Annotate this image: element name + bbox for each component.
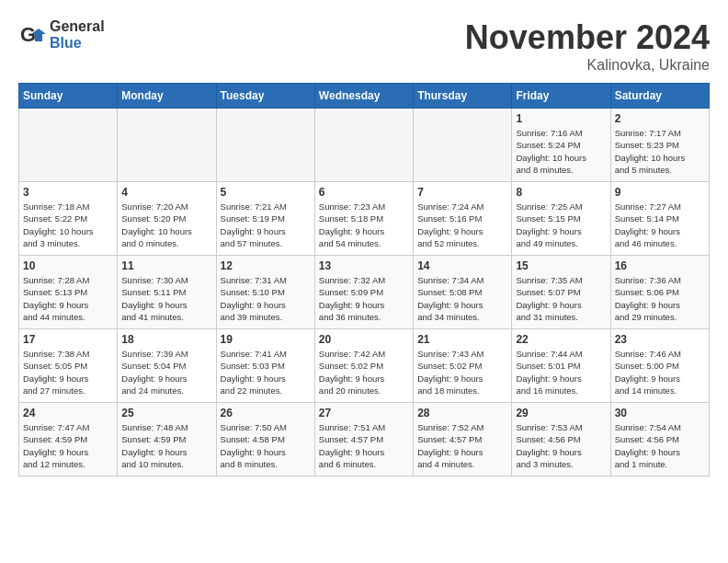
day-info: Sunrise: 7:41 AM Sunset: 5:03 PM Dayligh… bbox=[221, 348, 311, 396]
calendar-cell: 24Sunrise: 7:47 AM Sunset: 4:59 PM Dayli… bbox=[19, 403, 118, 477]
day-info: Sunrise: 7:32 AM Sunset: 5:09 PM Dayligh… bbox=[319, 274, 409, 323]
day-info: Sunrise: 7:31 AM Sunset: 5:10 PM Dayligh… bbox=[221, 274, 311, 323]
calendar-cell: 11Sunrise: 7:30 AM Sunset: 5:11 PM Dayli… bbox=[118, 256, 216, 329]
day-info: Sunrise: 7:24 AM Sunset: 5:16 PM Dayligh… bbox=[417, 201, 507, 249]
calendar-body: 1Sunrise: 7:16 AM Sunset: 5:24 PM Daylig… bbox=[19, 109, 710, 477]
day-number: 24 bbox=[23, 407, 113, 419]
calendar-cell: 2Sunrise: 7:17 AM Sunset: 5:23 PM Daylig… bbox=[610, 109, 709, 182]
weekday-header: Monday bbox=[118, 84, 216, 109]
day-number: 6 bbox=[319, 186, 409, 199]
day-number: 9 bbox=[615, 186, 705, 199]
day-number: 13 bbox=[319, 259, 409, 272]
calendar-cell: 3Sunrise: 7:18 AM Sunset: 5:22 PM Daylig… bbox=[19, 182, 118, 256]
day-info: Sunrise: 7:38 AM Sunset: 5:05 PM Dayligh… bbox=[23, 348, 113, 396]
day-number: 2 bbox=[615, 112, 705, 125]
weekday-header: Sunday bbox=[19, 84, 118, 109]
calendar-cell: 13Sunrise: 7:32 AM Sunset: 5:09 PM Dayli… bbox=[314, 256, 413, 329]
day-number: 10 bbox=[23, 259, 113, 272]
day-number: 19 bbox=[221, 333, 311, 346]
calendar-cell bbox=[118, 109, 216, 182]
calendar-cell bbox=[19, 109, 118, 182]
calendar-cell: 23Sunrise: 7:46 AM Sunset: 5:00 PM Dayli… bbox=[610, 329, 709, 403]
day-number: 28 bbox=[417, 407, 507, 419]
calendar-cell: 22Sunrise: 7:44 AM Sunset: 5:01 PM Dayli… bbox=[512, 329, 610, 403]
day-info: Sunrise: 7:51 AM Sunset: 4:57 PM Dayligh… bbox=[319, 421, 409, 470]
weekday-header: Friday bbox=[512, 84, 610, 109]
day-number: 23 bbox=[615, 333, 705, 346]
location: Kalinovka, Ukraine bbox=[465, 57, 710, 74]
calendar-week: 3Sunrise: 7:18 AM Sunset: 5:22 PM Daylig… bbox=[19, 182, 710, 256]
day-info: Sunrise: 7:43 AM Sunset: 5:02 PM Dayligh… bbox=[417, 348, 507, 396]
day-number: 26 bbox=[221, 407, 311, 419]
calendar-cell: 25Sunrise: 7:48 AM Sunset: 4:59 PM Dayli… bbox=[118, 403, 216, 477]
day-number: 25 bbox=[121, 407, 211, 419]
day-info: Sunrise: 7:52 AM Sunset: 4:57 PM Dayligh… bbox=[417, 421, 507, 470]
calendar-cell bbox=[314, 109, 413, 182]
day-info: Sunrise: 7:42 AM Sunset: 5:02 PM Dayligh… bbox=[319, 348, 409, 396]
day-number: 8 bbox=[516, 186, 606, 199]
calendar-cell: 15Sunrise: 7:35 AM Sunset: 5:07 PM Dayli… bbox=[512, 256, 610, 329]
day-info: Sunrise: 7:30 AM Sunset: 5:11 PM Dayligh… bbox=[121, 274, 211, 323]
calendar-cell: 27Sunrise: 7:51 AM Sunset: 4:57 PM Dayli… bbox=[314, 403, 413, 477]
svg-text:G: G bbox=[20, 23, 36, 46]
day-info: Sunrise: 7:36 AM Sunset: 5:06 PM Dayligh… bbox=[615, 274, 705, 323]
day-number: 7 bbox=[417, 186, 507, 199]
day-number: 12 bbox=[221, 259, 311, 272]
logo: G General Blue bbox=[18, 18, 105, 51]
calendar-week: 17Sunrise: 7:38 AM Sunset: 5:05 PM Dayli… bbox=[19, 329, 710, 403]
calendar-cell: 9Sunrise: 7:27 AM Sunset: 5:14 PM Daylig… bbox=[610, 182, 709, 256]
calendar-cell: 17Sunrise: 7:38 AM Sunset: 5:05 PM Dayli… bbox=[19, 329, 118, 403]
page-header: G General Blue November 2024 Kalinovka, … bbox=[18, 18, 710, 74]
calendar-cell: 21Sunrise: 7:43 AM Sunset: 5:02 PM Dayli… bbox=[414, 329, 512, 403]
day-info: Sunrise: 7:25 AM Sunset: 5:15 PM Dayligh… bbox=[516, 201, 606, 249]
calendar-week: 10Sunrise: 7:28 AM Sunset: 5:13 PM Dayli… bbox=[19, 256, 710, 329]
day-info: Sunrise: 7:44 AM Sunset: 5:01 PM Dayligh… bbox=[516, 348, 606, 396]
weekday-header: Saturday bbox=[610, 84, 709, 109]
calendar: SundayMondayTuesdayWednesdayThursdayFrid… bbox=[18, 83, 710, 477]
calendar-header: SundayMondayTuesdayWednesdayThursdayFrid… bbox=[19, 84, 710, 109]
day-info: Sunrise: 7:18 AM Sunset: 5:22 PM Dayligh… bbox=[23, 201, 113, 249]
calendar-cell: 4Sunrise: 7:20 AM Sunset: 5:20 PM Daylig… bbox=[118, 182, 216, 256]
logo-text: General Blue bbox=[50, 18, 105, 51]
weekday-header: Tuesday bbox=[216, 84, 314, 109]
calendar-cell: 12Sunrise: 7:31 AM Sunset: 5:10 PM Dayli… bbox=[216, 256, 314, 329]
day-number: 3 bbox=[23, 186, 113, 199]
month-title: November 2024 bbox=[465, 18, 710, 57]
day-number: 30 bbox=[615, 407, 705, 419]
calendar-cell: 26Sunrise: 7:50 AM Sunset: 4:58 PM Dayli… bbox=[216, 403, 314, 477]
day-number: 22 bbox=[516, 333, 606, 346]
day-number: 17 bbox=[23, 333, 113, 346]
day-info: Sunrise: 7:21 AM Sunset: 5:19 PM Dayligh… bbox=[221, 201, 311, 249]
day-number: 11 bbox=[121, 259, 211, 272]
logo-general: General bbox=[50, 18, 105, 35]
day-info: Sunrise: 7:48 AM Sunset: 4:59 PM Dayligh… bbox=[121, 421, 211, 470]
day-number: 4 bbox=[121, 186, 211, 199]
calendar-cell: 14Sunrise: 7:34 AM Sunset: 5:08 PM Dayli… bbox=[414, 256, 512, 329]
calendar-cell: 6Sunrise: 7:23 AM Sunset: 5:18 PM Daylig… bbox=[314, 182, 413, 256]
calendar-week: 24Sunrise: 7:47 AM Sunset: 4:59 PM Dayli… bbox=[19, 403, 710, 477]
calendar-cell: 5Sunrise: 7:21 AM Sunset: 5:19 PM Daylig… bbox=[216, 182, 314, 256]
day-number: 21 bbox=[417, 333, 507, 346]
day-info: Sunrise: 7:20 AM Sunset: 5:20 PM Dayligh… bbox=[121, 201, 211, 249]
day-number: 20 bbox=[319, 333, 409, 346]
weekday-header: Thursday bbox=[414, 84, 512, 109]
day-number: 5 bbox=[221, 186, 311, 199]
day-number: 18 bbox=[121, 333, 211, 346]
day-info: Sunrise: 7:47 AM Sunset: 4:59 PM Dayligh… bbox=[23, 421, 113, 470]
day-info: Sunrise: 7:50 AM Sunset: 4:58 PM Dayligh… bbox=[221, 421, 311, 470]
calendar-cell: 28Sunrise: 7:52 AM Sunset: 4:57 PM Dayli… bbox=[414, 403, 512, 477]
day-number: 15 bbox=[516, 259, 606, 272]
calendar-cell: 20Sunrise: 7:42 AM Sunset: 5:02 PM Dayli… bbox=[314, 329, 413, 403]
day-number: 1 bbox=[516, 112, 606, 125]
weekday-row: SundayMondayTuesdayWednesdayThursdayFrid… bbox=[19, 84, 710, 109]
calendar-cell: 8Sunrise: 7:25 AM Sunset: 5:15 PM Daylig… bbox=[512, 182, 610, 256]
day-number: 16 bbox=[615, 259, 705, 272]
day-info: Sunrise: 7:28 AM Sunset: 5:13 PM Dayligh… bbox=[23, 274, 113, 323]
day-number: 14 bbox=[417, 259, 507, 272]
day-info: Sunrise: 7:27 AM Sunset: 5:14 PM Dayligh… bbox=[615, 201, 705, 249]
calendar-week: 1Sunrise: 7:16 AM Sunset: 5:24 PM Daylig… bbox=[19, 109, 710, 182]
day-info: Sunrise: 7:17 AM Sunset: 5:23 PM Dayligh… bbox=[615, 127, 705, 176]
weekday-header: Wednesday bbox=[314, 84, 413, 109]
day-number: 29 bbox=[516, 407, 606, 419]
day-info: Sunrise: 7:16 AM Sunset: 5:24 PM Dayligh… bbox=[516, 127, 606, 176]
